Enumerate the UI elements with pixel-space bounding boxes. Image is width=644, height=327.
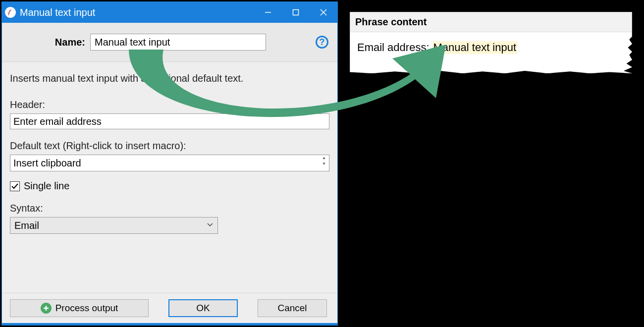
process-output-button[interactable]: Process output: [10, 299, 149, 317]
chevron-up-icon: ▲: [320, 156, 328, 160]
cancel-button[interactable]: Cancel: [258, 299, 327, 317]
dialog-description: Inserts manual text input with an option…: [10, 73, 329, 84]
name-label: Name:: [11, 37, 90, 48]
manual-text-input-dialog: Manual text input Name: ? Inserts manual…: [1, 1, 338, 326]
svg-point-0: [8, 14, 9, 15]
minimize-button[interactable]: [254, 2, 282, 23]
titlebar: Manual text input: [2, 2, 337, 23]
syntax-label: Syntax:: [10, 203, 329, 214]
ok-button[interactable]: OK: [168, 299, 238, 317]
header-input[interactable]: [10, 113, 329, 129]
default-text-stepper[interactable]: ▲ ▼: [320, 156, 328, 166]
plus-icon: [41, 303, 52, 314]
syntax-select[interactable]: Email: [10, 217, 218, 234]
chevron-down-icon: ▼: [320, 162, 328, 166]
phrase-prefix: Email address:: [357, 41, 429, 54]
syntax-value: Email: [14, 220, 39, 231]
svg-rect-2: [293, 10, 299, 15]
process-output-label: Process output: [55, 303, 118, 314]
single-line-row: Single line: [10, 180, 329, 192]
single-line-checkbox[interactable]: [10, 181, 20, 191]
maximize-button[interactable]: [282, 2, 310, 23]
check-icon: [11, 182, 19, 190]
chevron-down-icon: [207, 223, 213, 227]
default-text-label: Default text (Right-click to insert macr…: [10, 140, 329, 152]
single-line-label: Single line: [24, 180, 69, 192]
app-icon: [5, 7, 16, 18]
window-title: Manual text input: [20, 7, 254, 18]
name-input[interactable]: [90, 34, 266, 51]
phrase-field-placeholder[interactable]: Manual text input: [432, 41, 518, 54]
phrase-content-title: Phrase content: [350, 12, 632, 32]
name-row: Name: ?: [2, 23, 337, 62]
phrase-content-panel: Phrase content Email address: Manual tex…: [350, 12, 632, 73]
default-text-input[interactable]: [10, 155, 329, 171]
help-icon[interactable]: ?: [316, 36, 328, 49]
header-label: Header:: [10, 99, 329, 110]
close-button[interactable]: [310, 2, 337, 23]
dialog-footer: Process output OK Cancel: [2, 293, 337, 325]
